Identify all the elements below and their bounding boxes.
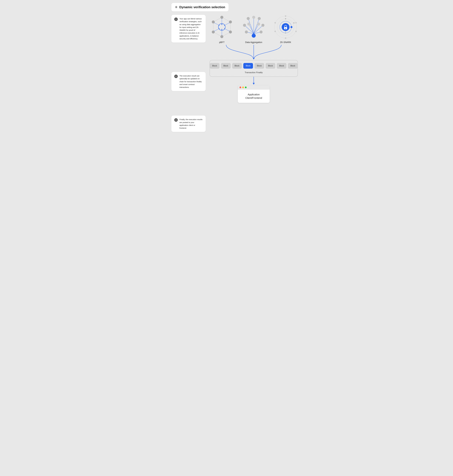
data-aggregation-diagram: Data Aggregation — [241, 15, 266, 44]
svg-line-14 — [225, 23, 229, 25]
block-btn-5[interactable]: Block — [266, 63, 275, 69]
svg-marker-71 — [253, 58, 255, 60]
svg-line-8 — [222, 32, 230, 37]
svg-point-46 — [258, 17, 261, 20]
svg-point-53 — [252, 34, 256, 38]
blocks-row: Block Block Block Block Block Block Bloc… — [210, 63, 298, 69]
svg-point-59 — [295, 31, 297, 32]
transaction-finality-box: Block Block Block Block Block Block Bloc… — [210, 60, 298, 77]
block-btn-1[interactable]: Block — [221, 63, 231, 69]
step-2-box: 2 The execution result can optionally be… — [171, 72, 206, 91]
svg-point-45 — [252, 16, 255, 19]
svg-point-47 — [243, 24, 246, 27]
svg-line-40 — [249, 24, 254, 34]
svg-line-35 — [248, 19, 254, 34]
pbft-diagram: pBFT — [210, 15, 234, 44]
block-btn-0[interactable]: Block — [210, 63, 219, 69]
svg-point-52 — [260, 30, 262, 34]
svg-line-6 — [222, 17, 230, 22]
svg-marker-19 — [221, 29, 222, 30]
app-client-titlebar — [238, 85, 270, 90]
svg-line-37 — [254, 19, 259, 34]
converging-arrows-svg — [210, 45, 298, 60]
app-client-box: ApplicationClient/Frontend — [238, 85, 270, 103]
data-aggregation-svg — [241, 15, 266, 39]
zk-snark-svg — [273, 15, 298, 39]
zk-snark-diagram: ZK-SNARK — [273, 15, 298, 44]
svg-line-22 — [214, 23, 219, 25]
svg-point-51 — [245, 30, 248, 34]
window-dot-green — [245, 86, 247, 88]
zk-snark-label: ZK-SNARK — [280, 41, 291, 44]
left-column: 1 Your app can blend various verificatio… — [171, 15, 206, 134]
step-1-badge: 1 — [174, 18, 178, 21]
svg-point-65 — [290, 26, 292, 28]
app-client-label: ApplicationClient/Frontend — [245, 93, 262, 99]
svg-point-44 — [247, 17, 250, 20]
svg-point-57 — [285, 15, 286, 17]
svg-line-20 — [214, 29, 219, 31]
arrows-section — [210, 45, 298, 60]
svg-point-68 — [285, 28, 286, 29]
svg-point-48 — [262, 24, 264, 27]
diagrams-row: pBFT — [210, 15, 298, 44]
step-1-box: 1 Your app can blend various verificatio… — [171, 15, 206, 43]
svg-line-41 — [254, 24, 259, 34]
step-2-text: The execution result can optionally be u… — [179, 74, 203, 89]
svg-point-60 — [285, 37, 286, 39]
block-btn-3[interactable]: Block — [243, 63, 253, 69]
svg-point-63 — [285, 18, 286, 19]
svg-point-64 — [293, 22, 295, 23]
block-btn-6[interactable]: Block — [277, 63, 286, 69]
window-dot-yellow — [242, 86, 244, 88]
header-title: Dynamic verification selection — [179, 5, 225, 9]
block-btn-4[interactable]: Block — [255, 63, 264, 69]
right-column: pBFT — [210, 15, 298, 134]
step-3-badge: 3 — [174, 118, 178, 122]
svg-marker-13 — [221, 24, 222, 25]
pbft-svg — [210, 15, 234, 39]
pbft-label: pBFT — [219, 41, 225, 44]
block-btn-2[interactable]: Block — [232, 63, 242, 69]
window-dot-red — [240, 86, 241, 88]
svg-point-49 — [247, 22, 250, 26]
down-arrow-section — [210, 77, 298, 85]
step-1-text: Your app can blend various verification … — [179, 17, 203, 40]
step-2-badge: 2 — [174, 75, 178, 78]
svg-point-62 — [274, 22, 276, 23]
page-container: ✳ Dynamic verification selection 1 Your … — [171, 3, 282, 134]
data-aggregation-label: Data Aggregation — [245, 41, 262, 44]
step-3-box: 3 Finally, the execution results are pos… — [171, 116, 206, 132]
block-btn-7[interactable]: Block — [288, 63, 297, 69]
svg-line-9 — [213, 32, 222, 37]
svg-point-58 — [295, 22, 297, 23]
step-3-text: Finally, the execution results are poste… — [179, 118, 203, 129]
app-client-content: ApplicationClient/Frontend — [238, 90, 270, 103]
svg-line-11 — [213, 17, 222, 22]
svg-marker-73 — [253, 83, 255, 85]
svg-point-61 — [274, 31, 276, 32]
svg-line-16 — [225, 29, 229, 31]
svg-point-50 — [257, 22, 260, 26]
asterisk-icon: ✳ — [175, 5, 177, 9]
transaction-label: Transaction Finality — [245, 71, 263, 74]
header-box: ✳ Dynamic verification selection — [171, 3, 229, 11]
main-layout: 1 Your app can blend various verificatio… — [171, 15, 282, 134]
down-arrow-svg — [250, 77, 257, 85]
